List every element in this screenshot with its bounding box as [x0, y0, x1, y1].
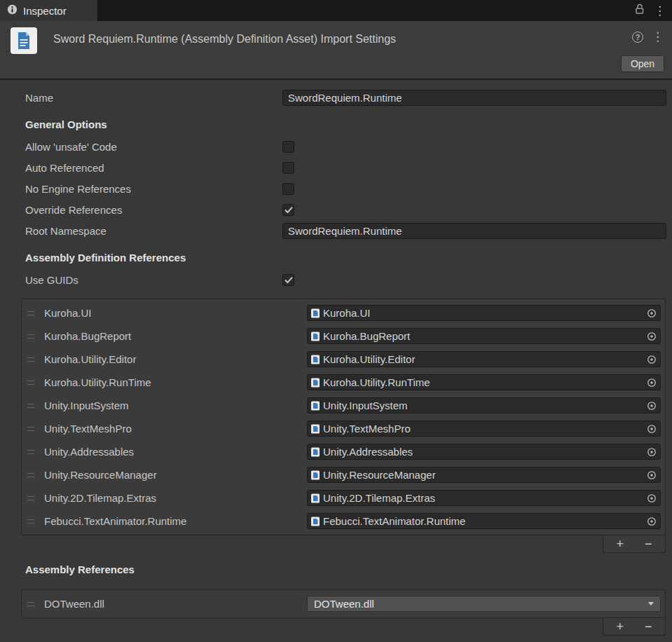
asmdef-mini-icon [310, 424, 320, 434]
option-checkbox[interactable] [282, 162, 294, 174]
remove-assembly-reference-button[interactable]: − [636, 620, 660, 634]
assembly-reference-label: DOTween.dll [44, 598, 307, 610]
tab-label: Inspector [23, 5, 67, 17]
reference-row: Unity.TextMeshPro Unity.TextMeshPro [22, 417, 665, 440]
info-icon [7, 4, 18, 18]
drag-handle-icon[interactable] [27, 602, 44, 606]
name-input[interactable] [282, 90, 666, 106]
reference-object-value: Unity.ResourceManager [323, 469, 642, 481]
reference-object-field[interactable]: Unity.InputSystem [307, 397, 661, 414]
reference-object-field[interactable]: Unity.TextMeshPro [307, 421, 661, 437]
reference-row: Unity.InputSystem Unity.InputSystem [22, 394, 665, 417]
help-icon[interactable]: ? [632, 32, 643, 43]
dropdown-selected-value: DOTween.dll [314, 598, 374, 610]
reference-row: Kuroha.Utility.Editor Kuroha.Utility.Edi… [22, 348, 665, 371]
option-checkbox[interactable] [282, 141, 294, 153]
option-checkbox[interactable] [282, 204, 294, 216]
drag-handle-icon[interactable] [27, 427, 44, 431]
reference-label: Febucci.TextAnimator.Runtime [44, 515, 307, 527]
option-checkbox[interactable] [282, 183, 294, 195]
reference-object-field[interactable]: Kuroha.UI [307, 305, 661, 321]
asmdef-mini-icon [310, 401, 320, 411]
option-row: Allow 'unsafe' Code [0, 136, 672, 157]
root-namespace-input[interactable] [282, 223, 666, 239]
assembly-reference-dropdown[interactable]: DOTween.dll [307, 596, 661, 612]
asmdef-mini-icon [310, 308, 320, 318]
reference-object-field[interactable]: Unity.Addressables [307, 444, 661, 460]
reference-label: Kuroha.BugReport [44, 330, 307, 342]
assembly-definition-references-header: Assembly Definition References [0, 241, 672, 269]
reference-row: Kuroha.BugReport Kuroha.BugReport [22, 325, 665, 348]
assembly-definition-references-list: Kuroha.UI Kuroha.UI Kuroha.BugReport [21, 299, 666, 535]
reference-object-field[interactable]: Kuroha.Utility.Editor [307, 351, 661, 367]
use-guids-row: Use GUIDs [0, 269, 672, 290]
reference-object-value: Kuroha.BugReport [323, 330, 642, 342]
drag-handle-icon[interactable] [27, 473, 44, 477]
dropdown-arrow-icon [648, 602, 654, 606]
reference-row: Unity.2D.Tilemap.Extras Unity.2D.Tilemap… [22, 486, 665, 510]
reference-object-field[interactable]: Unity.ResourceManager [307, 467, 661, 483]
assembly-references-header: Assembly References [0, 553, 672, 581]
tabbar-menu-icon[interactable]: ⋮ [654, 5, 666, 17]
tab-inspector[interactable]: Inspector [0, 0, 98, 21]
object-picker-icon[interactable] [645, 447, 659, 457]
open-button[interactable]: Open [621, 55, 664, 72]
reference-label: Unity.ResourceManager [44, 469, 307, 481]
reference-label: Kuroha.Utility.RunTime [44, 376, 307, 388]
name-row: Name [0, 87, 672, 108]
asmdef-mini-icon [310, 355, 320, 364]
object-picker-icon[interactable] [645, 493, 659, 503]
reference-row: Kuroha.Utility.RunTime Kuroha.Utility.Ru… [22, 371, 665, 394]
drag-handle-icon[interactable] [27, 311, 44, 315]
general-options-rows: Allow 'unsafe' Code Auto Referenced No E… [0, 136, 672, 220]
reference-object-value: Unity.TextMeshPro [323, 423, 642, 435]
use-guids-checkbox[interactable] [282, 274, 294, 286]
asmdef-mini-icon [310, 493, 320, 503]
reference-object-field[interactable]: Febucci.TextAnimator.Runtime [307, 513, 661, 529]
root-namespace-row: Root Namespace [0, 220, 672, 241]
root-namespace-label: Root Namespace [25, 225, 282, 237]
object-picker-icon[interactable] [645, 332, 659, 341]
reference-object-value: Febucci.TextAnimator.Runtime [323, 515, 642, 527]
header-menu-icon[interactable]: ⋮ [652, 31, 664, 43]
reference-object-value: Kuroha.Utility.Editor [323, 353, 642, 365]
option-label: Override References [25, 204, 282, 216]
object-picker-icon[interactable] [645, 401, 659, 411]
object-picker-icon[interactable] [645, 470, 659, 480]
reference-object-field[interactable]: Unity.2D.Tilemap.Extras [307, 490, 661, 506]
general-options-header: General Options [0, 108, 672, 136]
reference-label: Unity.2D.Tilemap.Extras [44, 492, 307, 504]
drag-handle-icon[interactable] [27, 450, 44, 454]
object-picker-icon[interactable] [645, 424, 659, 434]
add-assembly-reference-button[interactable]: + [608, 620, 632, 634]
reference-row: Febucci.TextAnimator.Runtime Febucci.Tex… [22, 510, 665, 533]
reference-label: Unity.TextMeshPro [44, 423, 307, 435]
drag-handle-icon[interactable] [27, 381, 44, 385]
drag-handle-icon[interactable] [27, 496, 44, 500]
lock-icon[interactable] [635, 4, 645, 18]
drag-handle-icon[interactable] [27, 334, 44, 339]
object-picker-icon[interactable] [645, 355, 659, 364]
reference-object-field[interactable]: Kuroha.BugReport [307, 328, 661, 344]
option-label: Auto Referenced [25, 162, 282, 174]
reference-object-value: Kuroha.Utility.RunTime [323, 376, 642, 388]
object-picker-icon[interactable] [645, 517, 659, 526]
remove-reference-button[interactable]: − [636, 537, 660, 552]
reference-label: Unity.InputSystem [44, 399, 307, 411]
reference-object-field[interactable]: Kuroha.Utility.RunTime [307, 374, 661, 390]
add-reference-button[interactable]: + [608, 537, 632, 552]
asmdef-mini-icon [310, 447, 320, 457]
option-row: Override References [0, 199, 672, 220]
reference-row: Unity.ResourceManager Unity.ResourceMana… [22, 463, 665, 486]
object-picker-icon[interactable] [645, 308, 659, 318]
reference-label: Unity.Addressables [44, 446, 307, 458]
tab-bar: Inspector ⋮ [0, 0, 672, 21]
asmdef-mini-icon [310, 470, 320, 480]
drag-handle-icon[interactable] [27, 404, 44, 408]
drag-handle-icon[interactable] [27, 357, 44, 362]
drag-handle-icon[interactable] [27, 519, 44, 524]
reference-label: Kuroha.Utility.Editor [44, 353, 307, 365]
name-label: Name [25, 92, 282, 104]
reference-object-value: Unity.2D.Tilemap.Extras [323, 492, 642, 504]
object-picker-icon[interactable] [645, 378, 659, 388]
